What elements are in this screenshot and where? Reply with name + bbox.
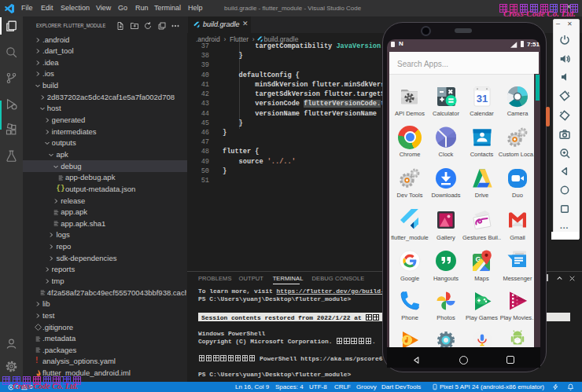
svg-text:31: 31 — [476, 93, 487, 104]
